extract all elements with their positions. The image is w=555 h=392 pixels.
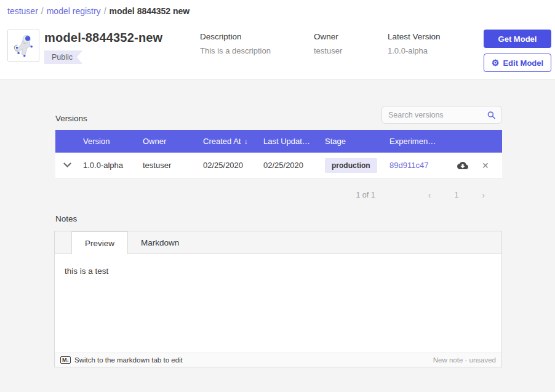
created-at-label: Created At	[203, 137, 241, 146]
row-created-at: 02/25/2020	[203, 161, 263, 170]
delete-version-icon[interactable]: ✕	[482, 161, 489, 170]
edit-model-button[interactable]: ⚙ Edit Model	[484, 54, 551, 72]
notes-preview-content: this is a test	[55, 254, 501, 353]
page-header: testuser/model registry/model 8844352 ne…	[0, 0, 555, 80]
pagination-range: 1 of 1	[356, 191, 375, 199]
row-owner: testuser	[143, 161, 203, 170]
tab-markdown[interactable]: Markdown	[128, 231, 192, 254]
column-header-version[interactable]: Version	[83, 137, 143, 146]
breadcrumb-separator: /	[104, 6, 106, 16]
model-latest-version: Latest Version 1.0.0-alpha	[388, 32, 441, 55]
breadcrumb-current: model 8844352 new	[110, 6, 190, 16]
footer-hint-text: Switch to the markdown tab to edit	[74, 356, 183, 364]
description-label: Description	[200, 32, 271, 41]
versions-section-title: Versions	[55, 114, 87, 123]
experiment-link[interactable]: 89d911c47	[389, 161, 428, 170]
owner-value: testuser	[314, 46, 342, 55]
row-stage: production	[325, 158, 389, 173]
search-versions-input[interactable]	[388, 111, 487, 119]
row-actions: ✕	[457, 161, 505, 170]
notes-tabstrip: Preview Markdown	[55, 231, 501, 254]
row-version: 1.0.0-alpha	[83, 161, 143, 170]
notes-footer: M↓ Switch to the markdown tab to edit Ne…	[55, 353, 501, 367]
gear-icon: ⚙	[492, 58, 500, 67]
versions-table-header: Version Owner Created At ↓ Last Updat… S…	[55, 130, 502, 153]
edit-model-label: Edit Model	[503, 58, 543, 68]
breadcrumb-registry-link[interactable]: model registry	[47, 6, 101, 16]
current-page[interactable]: 1	[454, 191, 458, 199]
column-header-stage[interactable]: Stage	[325, 137, 389, 146]
latest-version-label: Latest Version	[388, 32, 441, 41]
column-header-experiment[interactable]: Experimen…	[389, 137, 457, 146]
prev-page-icon[interactable]: ‹	[428, 190, 431, 200]
breadcrumb-user-link[interactable]: testuser	[7, 6, 38, 16]
model-title-block: model-8844352-new Public	[44, 31, 162, 64]
row-last-updated: 02/25/2020	[263, 161, 325, 170]
notes-footer-hint: M↓ Switch to the markdown tab to edit	[60, 356, 183, 364]
breadcrumb: testuser/model registry/model 8844352 ne…	[7, 6, 190, 16]
markdown-icon: M↓	[60, 356, 71, 364]
description-value: This is a description	[200, 46, 271, 55]
table-row: 1.0.0-alpha testuser 02/25/2020 02/25/20…	[55, 153, 502, 178]
chevron-down-icon	[63, 159, 71, 167]
sort-desc-icon: ↓	[244, 137, 247, 146]
notes-save-status: New note - unsaved	[433, 356, 496, 364]
search-icon[interactable]	[487, 111, 495, 119]
column-header-created-at[interactable]: Created At ↓	[203, 137, 263, 146]
visibility-badge: Public	[44, 50, 82, 64]
row-experiment: 89d911c47	[389, 161, 457, 170]
pagination: 1 of 1 ‹ 1 ›	[55, 188, 502, 202]
column-header-owner[interactable]: Owner	[143, 137, 203, 146]
model-owner: Owner testuser	[314, 32, 342, 55]
astronaut-icon	[10, 32, 37, 59]
model-description: Description This is a description	[200, 32, 271, 55]
tab-preview[interactable]: Preview	[71, 231, 128, 254]
breadcrumb-separator: /	[41, 6, 44, 16]
get-model-button[interactable]: Get Model	[484, 30, 551, 48]
next-page-icon[interactable]: ›	[482, 190, 485, 200]
notes-section-title: Notes	[55, 214, 77, 223]
page-title: model-8844352-new	[44, 31, 162, 45]
main-content: Versions Version Owner Created At ↓ Last…	[0, 80, 555, 392]
latest-version-value: 1.0.0-alpha	[388, 46, 441, 55]
search-versions-box[interactable]	[381, 106, 502, 124]
stage-badge: production	[325, 158, 377, 173]
column-header-last-updated[interactable]: Last Updat…	[263, 137, 325, 146]
expand-row-toggle[interactable]	[55, 162, 83, 168]
notes-panel: Preview Markdown this is a test M↓ Switc…	[54, 231, 502, 367]
download-cloud-icon[interactable]	[457, 161, 468, 170]
versions-table: Version Owner Created At ↓ Last Updat… S…	[55, 130, 502, 178]
owner-label: Owner	[314, 32, 342, 41]
model-avatar	[7, 30, 39, 62]
